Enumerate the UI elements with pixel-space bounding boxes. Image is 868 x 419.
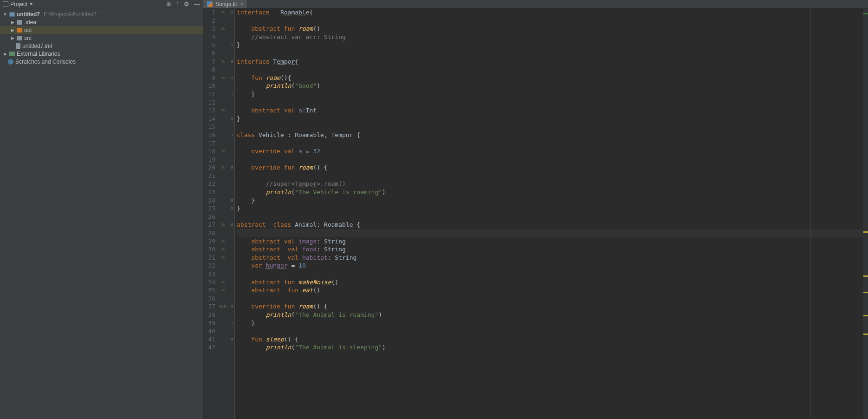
code-area[interactable]: interface Roamable{ abstract fun roam() … [235, 8, 868, 419]
project-panel-title[interactable]: Project [3, 1, 33, 7]
tree-root[interactable]: untitled7 E:\ProjectAll\untitled7 [0, 10, 203, 18]
gear-icon[interactable]: ⚙ [184, 0, 189, 7]
line-gutter: 1234567891011121314151617181920212223242… [203, 8, 218, 419]
annotation-gutter[interactable]: o↓o↓o↓o↓o↓o↑o↑o↓o↓o↓o↓o↓o↓o↓o↑ [218, 8, 229, 419]
project-label: Project [10, 1, 27, 7]
tree-item-src[interactable]: src [0, 34, 203, 42]
status-mark[interactable] [863, 13, 868, 14]
folder-icon [17, 20, 22, 25]
warn-mark[interactable] [863, 292, 868, 293]
fold-gutter[interactable]: ⊟⊟⊟⊟⊟⊟⊟⊟⊟⊟⊟⊟⊟⊟ [229, 8, 235, 419]
root-path: E:\ProjectAll\untitled7 [44, 11, 97, 18]
warn-mark[interactable] [863, 275, 868, 277]
chevron-right-icon[interactable] [10, 28, 15, 33]
sidebar-header: Project ⊕ ÷ ⚙ — [0, 0, 203, 8]
hide-icon[interactable]: — [194, 0, 200, 7]
sidebar-toolbar: ⊕ ÷ ⚙ — [166, 0, 200, 7]
code-editor[interactable]: 1234567891011121314151617181920212223242… [203, 8, 868, 419]
right-margin [810, 8, 810, 419]
kotlin-icon [207, 1, 213, 7]
tab-songs[interactable]: Songs.kt × [203, 0, 247, 8]
warn-mark[interactable] [863, 231, 868, 233]
chevron-down-icon[interactable] [3, 12, 7, 17]
tab-label: Songs.kt [215, 1, 237, 7]
module-icon [9, 12, 15, 17]
file-icon [16, 43, 20, 49]
root-label: untitled7 [17, 11, 40, 18]
project-sidebar: Project ⊕ ÷ ⚙ — untitled7 E:\ProjectAll\… [0, 0, 203, 419]
project-icon [3, 1, 8, 7]
error-stripe[interactable] [863, 8, 868, 419]
library-icon [9, 52, 15, 56]
editor-tabs: Songs.kt × [203, 0, 868, 8]
chevron-right-icon[interactable] [10, 36, 15, 40]
tree-item-iml[interactable]: untitled7.iml [0, 42, 203, 50]
project-tree: untitled7 E:\ProjectAll\untitled7 .idea … [0, 8, 203, 419]
warn-mark[interactable] [863, 315, 868, 316]
collapse-icon[interactable]: ÷ [176, 0, 179, 7]
close-icon[interactable]: × [240, 0, 244, 7]
tree-item-idea[interactable]: .idea [0, 18, 203, 26]
tree-external-libs[interactable]: External Libraries [0, 50, 203, 58]
tree-scratches[interactable]: Scratches and Consoles [0, 58, 203, 65]
locate-icon[interactable]: ⊕ [166, 0, 171, 7]
chevron-right-icon[interactable] [3, 52, 7, 56]
chevron-right-icon[interactable] [10, 20, 15, 25]
scratch-icon [8, 59, 13, 65]
chevron-down-icon [29, 3, 33, 5]
tree-item-out[interactable]: out [0, 26, 203, 34]
folder-icon [17, 28, 22, 33]
warn-mark[interactable] [863, 334, 868, 335]
folder-icon [17, 36, 22, 40]
main-area: Songs.kt × 12345678910111213141516171819… [203, 0, 868, 419]
